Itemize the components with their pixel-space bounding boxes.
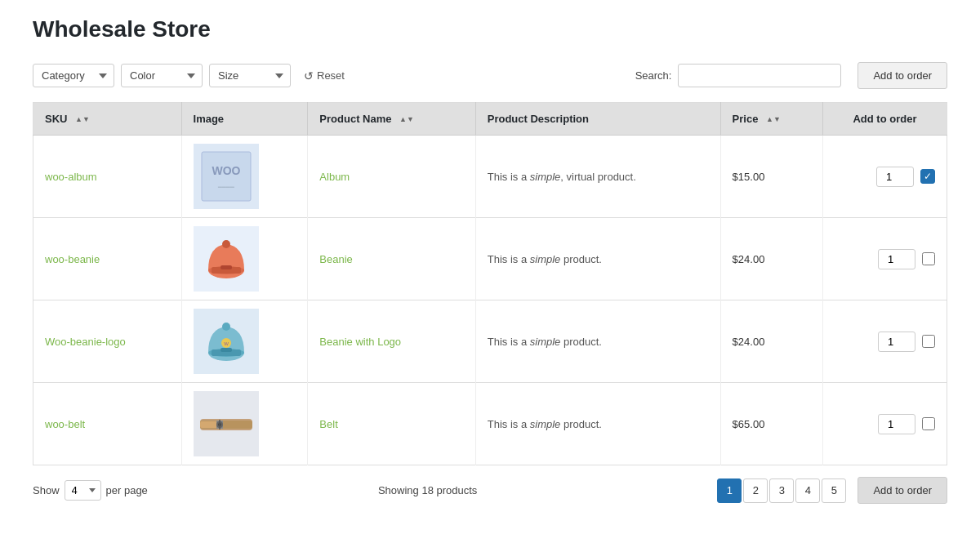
page-3-button[interactable]: 3 <box>769 478 794 503</box>
image-cell <box>181 383 308 465</box>
sku-sort-icon[interactable]: ▲▼ <box>75 117 90 122</box>
sku-cell: woo-album <box>33 136 182 218</box>
product-name-cell: Beanie <box>308 218 475 300</box>
price-header: Price ▲▼ <box>720 103 822 136</box>
quantity-input[interactable] <box>878 332 915 352</box>
table-row: woo-album WOO ━━━━ AlbumThis is a simple… <box>33 136 947 218</box>
quantity-input[interactable] <box>876 167 914 187</box>
product-name-link[interactable]: Beanie with Logo <box>319 336 401 348</box>
reset-icon: ↺ <box>304 69 314 82</box>
quantity-input[interactable] <box>878 249 915 269</box>
product-name-link[interactable]: Beanie <box>319 253 352 265</box>
pagination: 1 2 3 4 5 <box>717 478 846 503</box>
add-order-controls <box>835 332 935 352</box>
image-header: Image <box>181 103 308 136</box>
svg-point-15 <box>222 323 230 331</box>
sku-link[interactable]: woo-album <box>45 171 97 183</box>
table-row: woo-belt BeltThis is a simple product.$6… <box>33 383 947 465</box>
product-name-link[interactable]: Album <box>319 171 350 183</box>
products-table: SKU ▲▼ Image Product Name ▲▼ Product Des… <box>33 102 947 465</box>
sku-link[interactable]: woo-belt <box>45 418 85 430</box>
add-order-controls <box>835 414 935 434</box>
sku-cell: woo-beanie <box>33 218 182 300</box>
product-description-header: Product Description <box>475 103 720 136</box>
sku-link[interactable]: woo-beanie <box>45 253 100 265</box>
page-4-button[interactable]: 4 <box>795 478 820 503</box>
page-1-button[interactable]: 1 <box>717 478 742 503</box>
description-text: This is a simple product. <box>488 418 709 430</box>
add-checkbox[interactable] <box>922 252 935 265</box>
description-text: This is a simple product. <box>488 336 709 348</box>
product-name-cell: Beanie with Logo <box>308 300 475 383</box>
page-5-button[interactable]: 5 <box>822 478 846 503</box>
per-page-label: per page <box>106 484 148 496</box>
page-title: Wholesale Store <box>33 16 947 42</box>
per-page-select[interactable]: 4 8 12 <box>65 480 101 501</box>
description-text: This is a simple product. <box>488 253 709 265</box>
add-order-bottom-button[interactable]: Add to order <box>858 477 947 504</box>
sku-cell: woo-belt <box>33 383 182 465</box>
description-cell: This is a simple product. <box>475 383 720 465</box>
show-label: Show <box>33 484 60 496</box>
page-2-button[interactable]: 2 <box>743 478 768 503</box>
add-order-top-button[interactable]: Add to order <box>858 62 947 89</box>
product-image <box>194 391 259 456</box>
category-select[interactable]: Category <box>33 64 114 87</box>
table-header-row: SKU ▲▼ Image Product Name ▲▼ Product Des… <box>33 103 947 136</box>
quantity-input[interactable] <box>878 414 915 434</box>
description-text: This is a simple, virtual product. <box>488 171 709 183</box>
description-cell: This is a simple product. <box>475 218 720 300</box>
search-label: Search: <box>635 69 672 82</box>
add-order-controls <box>835 167 935 187</box>
table-row: Woo-beanie-logo W Beanie with LogoThis i… <box>33 300 947 383</box>
product-image: WOO ━━━━ <box>194 144 259 209</box>
svg-text:W: W <box>224 341 229 346</box>
product-name-cell: Belt <box>308 383 475 465</box>
toolbar: Category Color Size ↺ Reset Search: Add … <box>33 62 947 89</box>
color-select[interactable]: Color <box>121 64 203 87</box>
image-cell: W <box>181 300 308 383</box>
sku-header: SKU ▲▼ <box>33 103 182 136</box>
reset-button[interactable]: ↺ Reset <box>297 65 351 87</box>
price-cell: $24.00 <box>720 218 822 300</box>
add-to-order-cell <box>822 136 947 218</box>
product-image: W <box>194 309 259 374</box>
svg-point-9 <box>222 240 230 248</box>
sku-cell: Woo-beanie-logo <box>33 300 182 383</box>
svg-rect-14 <box>220 348 232 352</box>
svg-text:━━━━: ━━━━ <box>217 184 234 191</box>
product-name-header: Product Name ▲▼ <box>308 103 475 136</box>
reset-label: Reset <box>317 69 345 82</box>
add-order-controls <box>835 249 935 269</box>
product-image <box>194 226 259 292</box>
add-to-order-cell <box>822 300 947 383</box>
add-checkbox-checked[interactable] <box>920 169 935 184</box>
add-checkbox[interactable] <box>922 417 935 430</box>
image-cell <box>181 218 308 300</box>
price-cell: $24.00 <box>720 300 822 383</box>
description-cell: This is a simple, virtual product. <box>475 136 720 218</box>
price-cell: $15.00 <box>720 136 822 218</box>
svg-text:WOO: WOO <box>212 164 240 177</box>
sku-link[interactable]: Woo-beanie-logo <box>45 336 126 348</box>
product-name-link[interactable]: Belt <box>319 418 337 430</box>
add-to-order-cell <box>822 218 947 300</box>
svg-rect-8 <box>220 265 232 269</box>
footer: Show 4 8 12 per page Showing 18 products… <box>33 477 947 504</box>
description-cell: This is a simple product. <box>475 300 720 383</box>
image-cell: WOO ━━━━ <box>181 136 308 218</box>
add-checkbox[interactable] <box>922 335 935 348</box>
showing-text: Showing 18 products <box>378 484 477 496</box>
add-to-order-cell <box>822 383 947 465</box>
table-row: woo-beanie BeanieThis is a simple produc… <box>33 218 947 300</box>
add-to-order-header: Add to order <box>822 103 947 136</box>
search-input[interactable] <box>678 64 841 87</box>
product-name-cell: Album <box>308 136 475 218</box>
size-select[interactable]: Size <box>209 64 291 87</box>
product-name-sort-icon[interactable]: ▲▼ <box>399 117 414 122</box>
price-sort-icon[interactable]: ▲▼ <box>766 117 781 122</box>
price-cell: $65.00 <box>720 383 822 465</box>
